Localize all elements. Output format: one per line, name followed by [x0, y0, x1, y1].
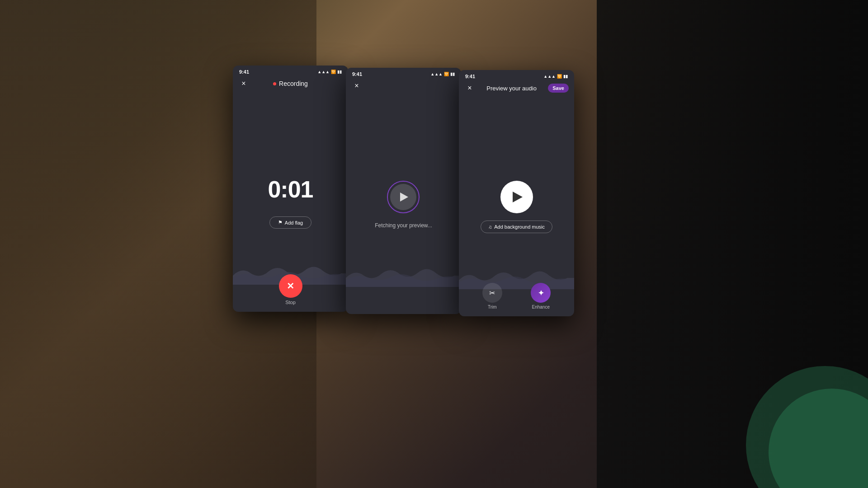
phones-container: 9:41 ▲▲▲ 🛜 ▮▮ × Recording 0:01 ⚑ Add fla	[233, 66, 574, 316]
status-bar-2: 9:41 ▲▲▲ 🛜 ▮▮	[346, 68, 461, 79]
bottom-tools: ✂ Trim ✦ Enhance	[459, 283, 574, 310]
save-button[interactable]: Save	[548, 84, 569, 93]
close-button-3[interactable]: ×	[464, 83, 475, 94]
play-icon-3	[513, 192, 523, 202]
status-time-1: 9:41	[239, 69, 249, 75]
signal-icon-1: ▲▲▲	[317, 70, 330, 74]
status-icons-3: ▲▲▲ 🛜 ▮▮	[543, 74, 568, 79]
status-time-2: 9:41	[352, 71, 362, 77]
play-button-3[interactable]	[500, 181, 533, 213]
trim-tool[interactable]: ✂ Trim	[482, 283, 502, 310]
phone-recording: 9:41 ▲▲▲ 🛜 ▮▮ × Recording 0:01 ⚑ Add fla	[233, 66, 348, 312]
music-note-icon: ♫	[488, 224, 492, 230]
close-button-2[interactable]: ×	[351, 80, 362, 91]
nav-bar-3: × Preview your audio Save	[459, 81, 574, 97]
flag-icon: ⚑	[278, 220, 283, 225]
status-icons-1: ▲▲▲ 🛜 ▮▮	[317, 70, 342, 74]
signal-icon-3: ▲▲▲	[543, 74, 556, 79]
trim-icon-circle: ✂	[482, 283, 502, 303]
wifi-icon-2: 🛜	[444, 72, 449, 76]
battery-icon-2: ▮▮	[450, 72, 455, 76]
fetching-text: Fetching your preview...	[375, 222, 432, 229]
scissors-icon: ✂	[489, 289, 495, 297]
status-time-3: 9:41	[465, 74, 475, 79]
close-button-1[interactable]: ×	[238, 78, 249, 89]
status-bar-1: 9:41 ▲▲▲ 🛜 ▮▮	[233, 66, 348, 76]
enhance-tool[interactable]: ✦ Enhance	[531, 283, 551, 310]
enhance-label: Enhance	[532, 305, 550, 310]
battery-icon-1: ▮▮	[337, 70, 342, 74]
play-button-2[interactable]	[387, 181, 420, 213]
play-triangle-icon	[400, 192, 408, 202]
wifi-icon-1: 🛜	[331, 70, 336, 74]
signal-icon-2: ▲▲▲	[430, 72, 443, 76]
play-container: Fetching your preview...	[375, 181, 432, 229]
phone-fetching: 9:41 ▲▲▲ 🛜 ▮▮ × Fetching your pr	[346, 68, 461, 314]
waveform-svg-2	[346, 260, 461, 287]
stop-x-icon: ✕	[287, 281, 294, 291]
nav-bar-2: ×	[346, 79, 461, 95]
battery-icon-3: ▮▮	[563, 74, 568, 79]
waveform-area-2	[346, 260, 461, 287]
nav-title-1: Recording	[273, 80, 308, 87]
add-flag-button[interactable]: ⚑ Add flag	[269, 216, 311, 229]
trim-label: Trim	[488, 305, 497, 310]
stop-button[interactable]: ✕	[279, 274, 302, 298]
stop-label: Stop	[285, 300, 296, 305]
wifi-icon-3: 🛜	[557, 74, 562, 79]
phone-preview: 9:41 ▲▲▲ 🛜 ▮▮ × Preview your audio Save …	[459, 70, 574, 316]
preview-title: Preview your audio	[486, 85, 537, 92]
stop-area: ✕ Stop	[279, 274, 302, 305]
enhance-icon: ✦	[538, 289, 544, 297]
enhance-icon-circle: ✦	[531, 283, 551, 303]
recording-timer: 0:01	[268, 176, 313, 203]
add-music-button[interactable]: ♫ Add background music	[481, 221, 552, 233]
nav-bar-1: × Recording	[233, 76, 348, 93]
play-circle-inner	[390, 184, 416, 210]
status-icons-2: ▲▲▲ 🛜 ▮▮	[430, 72, 455, 76]
recording-dot	[273, 82, 276, 85]
status-bar-3: 9:41 ▲▲▲ 🛜 ▮▮	[459, 70, 574, 81]
